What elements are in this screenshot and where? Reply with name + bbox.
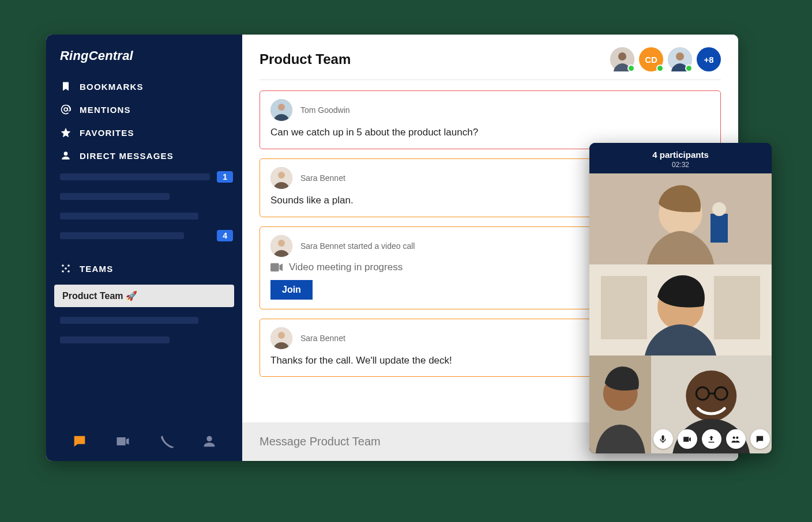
team-item-placeholder xyxy=(60,317,198,324)
svg-point-2 xyxy=(62,270,64,273)
svg-point-17 xyxy=(278,332,285,339)
message-body: Can we catch up in 5 about the product l… xyxy=(270,126,710,139)
message-author: Sara Bennet xyxy=(300,173,345,183)
team-list xyxy=(46,311,242,351)
svg-point-14 xyxy=(278,240,285,247)
brand-logo: RingCentral xyxy=(46,46,242,75)
presence-indicator xyxy=(656,65,664,72)
member-avatars: CD +8 xyxy=(610,47,721,71)
video-call-panel: 4 participants 02:32 xyxy=(589,143,772,453)
team-item-selected[interactable]: Product Team 🚀 xyxy=(54,285,234,307)
team-item-label: Product Team 🚀 xyxy=(62,290,137,301)
nav-bookmarks-label: BOOKMARKS xyxy=(80,82,144,92)
svg-point-8 xyxy=(676,52,684,60)
video-controls xyxy=(651,429,772,449)
member-avatar-initials[interactable]: CD xyxy=(639,47,663,71)
svg-rect-15 xyxy=(270,263,279,271)
message-card: Tom Goodwin Can we catch up in 5 about t… xyxy=(260,90,721,149)
camera-button[interactable] xyxy=(678,429,697,449)
presence-indicator xyxy=(627,65,635,72)
video-participant-tile xyxy=(651,355,772,453)
conversation-header: Product Team CD +8 xyxy=(242,35,738,80)
nav-direct-messages[interactable]: DIRECT MESSAGES xyxy=(46,144,242,167)
tab-phone[interactable] xyxy=(158,433,174,449)
tab-messages[interactable] xyxy=(72,433,88,449)
dm-item-placeholder xyxy=(60,213,198,220)
message-author: Tom Goodwin xyxy=(300,105,350,115)
nav-mentions[interactable]: MENTIONS xyxy=(46,98,242,121)
participants-button[interactable] xyxy=(726,429,746,449)
call-timer: 02:32 xyxy=(593,161,768,169)
message-avatar xyxy=(270,235,292,257)
message-author: Sara Bennet started a video call xyxy=(300,241,415,251)
svg-point-4 xyxy=(65,267,67,270)
nav-favorites[interactable]: FAVORITES xyxy=(46,121,242,144)
video-call-header: 4 participants 02:32 xyxy=(589,143,772,173)
dm-item[interactable]: 1 xyxy=(60,169,233,184)
sidebar: RingCentral BOOKMARKS MENTIONS FAVORITES… xyxy=(46,35,242,461)
person-icon xyxy=(60,150,72,161)
member-initials: CD xyxy=(645,55,657,65)
message-avatar xyxy=(270,327,292,349)
member-avatar[interactable] xyxy=(668,47,692,71)
video-participant-tile xyxy=(589,173,772,264)
svg-point-3 xyxy=(67,270,70,273)
team-item[interactable] xyxy=(60,313,233,328)
tab-video[interactable] xyxy=(115,433,131,449)
chat-button[interactable] xyxy=(750,429,770,449)
dm-item-placeholder xyxy=(60,232,184,239)
svg-point-20 xyxy=(712,202,726,216)
member-avatar[interactable] xyxy=(610,47,634,71)
dm-item[interactable]: 4 xyxy=(60,228,233,243)
message-avatar xyxy=(270,99,292,121)
star-icon xyxy=(60,127,72,138)
join-button[interactable]: Join xyxy=(270,280,313,300)
svg-point-6 xyxy=(618,52,626,60)
mute-button[interactable] xyxy=(653,429,673,449)
svg-point-12 xyxy=(278,172,285,179)
bookmark-icon xyxy=(60,81,72,92)
svg-rect-24 xyxy=(714,276,760,339)
nav-direct-messages-label: DIRECT MESSAGES xyxy=(80,151,174,161)
member-overflow-count: +8 xyxy=(704,55,713,65)
team-item[interactable] xyxy=(60,332,233,347)
bottom-nav xyxy=(46,423,242,461)
video-status-text: Video meeting in progress xyxy=(289,262,403,273)
unread-badge: 1 xyxy=(217,171,233,183)
dm-item[interactable] xyxy=(60,189,233,204)
team-item-placeholder xyxy=(60,336,170,343)
svg-point-1 xyxy=(67,264,70,267)
message-avatar xyxy=(270,167,292,189)
at-icon xyxy=(60,104,72,115)
nav-favorites-label: FAVORITES xyxy=(80,128,134,138)
conversation-title: Product Team xyxy=(260,51,351,67)
message-author: Sara Bennet xyxy=(300,334,345,343)
svg-point-10 xyxy=(278,104,285,111)
svg-point-0 xyxy=(62,264,64,267)
direct-message-list: 1 4 xyxy=(46,167,242,247)
member-overflow[interactable]: +8 xyxy=(697,47,721,71)
svg-rect-23 xyxy=(601,276,647,339)
nav-mentions-label: MENTIONS xyxy=(80,105,131,115)
teams-icon xyxy=(60,263,72,274)
nav-teams-label: TEAMS xyxy=(80,264,114,274)
svg-rect-19 xyxy=(710,214,728,243)
tab-contacts[interactable] xyxy=(201,433,217,449)
dm-item-placeholder xyxy=(60,173,210,180)
video-participant-row xyxy=(589,355,772,453)
participant-count: 4 participants xyxy=(593,150,768,160)
unread-badge: 4 xyxy=(217,230,233,241)
share-button[interactable] xyxy=(702,429,721,449)
video-participant-tile xyxy=(589,355,651,453)
nav-teams[interactable]: TEAMS xyxy=(46,257,242,280)
video-icon xyxy=(270,263,283,272)
video-participant-tile xyxy=(589,264,772,355)
nav-bookmarks[interactable]: BOOKMARKS xyxy=(46,75,242,98)
dm-item[interactable] xyxy=(60,209,233,224)
presence-indicator xyxy=(685,65,693,72)
dm-item-placeholder xyxy=(60,193,170,200)
